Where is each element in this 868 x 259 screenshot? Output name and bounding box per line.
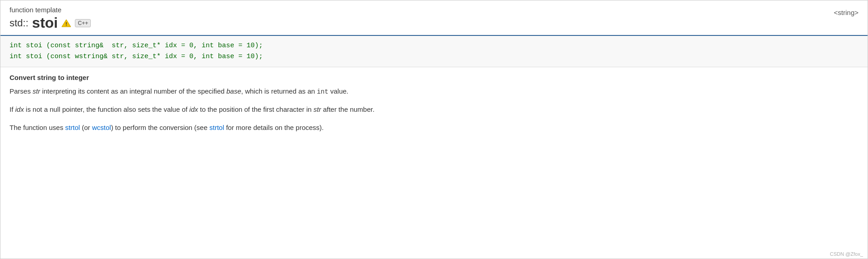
p1-text-mid2: , which is returned as an xyxy=(241,87,317,95)
p2-idx: idx xyxy=(15,105,24,113)
code-section: int stoi (const string& str, size_t* idx… xyxy=(0,36,868,67)
content-section: Convert string to integer Parses str int… xyxy=(0,67,868,149)
paragraph-2: If idx is not a null pointer, the functi… xyxy=(10,104,858,115)
p2-str: str xyxy=(314,105,321,113)
strtol-link-1[interactable]: strtol xyxy=(65,124,80,131)
string-header-label: <string> xyxy=(834,9,858,16)
p2-text-before: If xyxy=(10,105,15,113)
main-container: function template std::stoi ! C++ <strin… xyxy=(0,0,868,259)
warning-icon: ! xyxy=(61,19,71,28)
strtol-link-2[interactable]: strtol xyxy=(209,124,224,131)
p2-text-mid2: to the position of the first character i… xyxy=(198,105,313,113)
p1-str: str xyxy=(33,87,40,95)
paragraph-1: Parses str interpreting its content as a… xyxy=(10,86,858,97)
p1-base: base xyxy=(227,87,242,95)
svg-text:!: ! xyxy=(66,21,68,27)
function-name-row: std::stoi ! C++ xyxy=(10,15,858,31)
p1-text-end: value. xyxy=(328,87,348,95)
cpp-badge: C++ xyxy=(75,19,91,27)
p2-text-end: after the number. xyxy=(321,105,375,113)
p1-text-mid1: interpreting its content as an integral … xyxy=(40,87,227,95)
function-template-label: function template xyxy=(10,6,858,14)
p3-text-mid1: (or xyxy=(80,124,92,131)
function-name: stoi xyxy=(32,15,58,31)
p3-text-mid2: ) to perform the conversion (see xyxy=(111,124,209,131)
std-prefix: std:: xyxy=(10,17,29,29)
p1-text-before: Parses xyxy=(10,87,33,95)
p3-text-end: for more details on the process). xyxy=(224,124,324,131)
p3-text-before: The function uses xyxy=(10,124,65,131)
code-line-1: int stoi (const string& str, size_t* idx… xyxy=(10,40,858,51)
section-heading: Convert string to integer xyxy=(10,74,858,81)
p2-text-mid1: is not a null pointer, the function also… xyxy=(24,105,189,113)
paragraph-3: The function uses strtol (or wcstol) to … xyxy=(10,122,858,133)
p2-idx2: idx xyxy=(189,105,198,113)
p1-int-code: int xyxy=(317,88,328,95)
wcstol-link[interactable]: wcstol xyxy=(92,124,111,131)
header-section: function template std::stoi ! C++ <strin… xyxy=(0,0,868,36)
code-line-2: int stoi (const wstring& str, size_t* id… xyxy=(10,51,858,62)
watermark: CSDN @Zfox_ xyxy=(830,251,863,257)
